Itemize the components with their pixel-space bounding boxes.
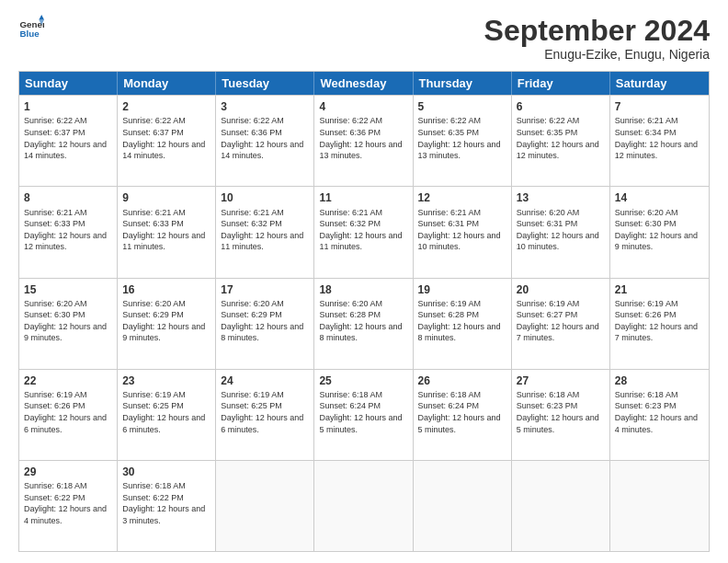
cell-info: Sunrise: 6:21 AMSunset: 6:31 PMDaylight:… [418,207,506,253]
cell-info: Sunrise: 6:20 AMSunset: 6:31 PMDaylight:… [517,207,605,253]
calendar-cell: 7Sunrise: 6:21 AMSunset: 6:34 PMDaylight… [610,96,709,186]
month-title: September 2024 [484,15,710,47]
calendar-cell: 28Sunrise: 6:18 AMSunset: 6:23 PMDayligh… [610,370,709,460]
cell-info: Sunrise: 6:20 AMSunset: 6:30 PMDaylight:… [615,207,704,253]
weekday-header: Sunday [19,72,118,95]
day-number: 4 [319,99,407,114]
calendar-row: 8Sunrise: 6:21 AMSunset: 6:33 PMDaylight… [19,186,709,277]
day-number: 27 [517,373,605,388]
day-number: 9 [122,190,210,205]
calendar-cell: 6Sunrise: 6:22 AMSunset: 6:35 PMDaylight… [512,96,610,186]
day-number: 29 [24,465,112,479]
calendar-row: 29Sunrise: 6:18 AMSunset: 6:22 PMDayligh… [19,460,709,551]
calendar-cell: 3Sunrise: 6:22 AMSunset: 6:36 PMDaylight… [216,96,314,186]
calendar-cell [414,461,512,551]
calendar-cell: 30Sunrise: 6:18 AMSunset: 6:22 PMDayligh… [118,461,216,551]
cell-info: Sunrise: 6:19 AMSunset: 6:25 PMDaylight:… [221,389,309,435]
logo: General Blue [18,15,44,40]
cell-info: Sunrise: 6:21 AMSunset: 6:33 PMDaylight:… [122,207,210,253]
calendar-cell: 14Sunrise: 6:20 AMSunset: 6:30 PMDayligh… [610,187,709,277]
day-number: 12 [418,190,506,205]
calendar-cell: 24Sunrise: 6:19 AMSunset: 6:25 PMDayligh… [216,370,314,460]
calendar-cell: 10Sunrise: 6:21 AMSunset: 6:32 PMDayligh… [216,187,314,277]
cell-info: Sunrise: 6:20 AMSunset: 6:29 PMDaylight:… [221,298,309,344]
svg-text:Blue: Blue [19,29,40,39]
cell-info: Sunrise: 6:22 AMSunset: 6:35 PMDaylight:… [418,115,506,161]
day-number: 7 [615,99,704,114]
page: General Blue September 2024 Enugu-Ezike,… [0,0,728,563]
weekday-header: Tuesday [216,72,314,95]
calendar-cell: 26Sunrise: 6:18 AMSunset: 6:24 PMDayligh… [414,370,512,460]
calendar-cell: 2Sunrise: 6:22 AMSunset: 6:37 PMDaylight… [118,96,216,186]
calendar-cell: 21Sunrise: 6:19 AMSunset: 6:26 PMDayligh… [610,279,709,369]
cell-info: Sunrise: 6:20 AMSunset: 6:30 PMDaylight:… [24,298,112,344]
day-number: 1 [24,99,112,114]
calendar-cell: 25Sunrise: 6:18 AMSunset: 6:24 PMDayligh… [314,370,413,460]
day-number: 6 [517,99,605,114]
cell-info: Sunrise: 6:18 AMSunset: 6:22 PMDaylight:… [122,480,210,526]
cell-info: Sunrise: 6:18 AMSunset: 6:22 PMDaylight:… [24,480,112,526]
calendar-row: 15Sunrise: 6:20 AMSunset: 6:30 PMDayligh… [19,278,709,369]
weekday-header: Monday [118,72,216,95]
day-number: 5 [418,99,506,114]
cell-info: Sunrise: 6:22 AMSunset: 6:37 PMDaylight:… [122,115,210,161]
cell-info: Sunrise: 6:22 AMSunset: 6:35 PMDaylight:… [517,115,605,161]
calendar-cell: 12Sunrise: 6:21 AMSunset: 6:31 PMDayligh… [414,187,512,277]
day-number: 16 [122,282,210,297]
header: General Blue September 2024 Enugu-Ezike,… [18,15,710,62]
day-number: 10 [221,190,309,205]
calendar-cell: 5Sunrise: 6:22 AMSunset: 6:35 PMDaylight… [414,96,512,186]
day-number: 19 [418,282,506,297]
cell-info: Sunrise: 6:21 AMSunset: 6:32 PMDaylight:… [221,207,309,253]
day-number: 15 [24,282,112,297]
weekday-header: Wednesday [314,72,413,95]
calendar: SundayMondayTuesdayWednesdayThursdayFrid… [18,71,710,552]
day-number: 2 [122,99,210,114]
calendar-cell: 18Sunrise: 6:20 AMSunset: 6:28 PMDayligh… [314,279,413,369]
calendar-cell: 23Sunrise: 6:19 AMSunset: 6:25 PMDayligh… [118,370,216,460]
weekday-header: Friday [512,72,610,95]
day-number: 26 [418,373,506,388]
calendar-cell [314,461,413,551]
day-number: 13 [517,190,605,205]
calendar-row: 1Sunrise: 6:22 AMSunset: 6:37 PMDaylight… [19,95,709,186]
calendar-cell: 17Sunrise: 6:20 AMSunset: 6:29 PMDayligh… [216,279,314,369]
cell-info: Sunrise: 6:18 AMSunset: 6:24 PMDaylight:… [418,389,506,435]
calendar-cell [512,461,610,551]
day-number: 22 [24,373,112,388]
cell-info: Sunrise: 6:19 AMSunset: 6:25 PMDaylight:… [122,389,210,435]
cell-info: Sunrise: 6:19 AMSunset: 6:28 PMDaylight:… [418,298,506,344]
day-number: 23 [122,373,210,388]
day-number: 20 [517,282,605,297]
cell-info: Sunrise: 6:21 AMSunset: 6:33 PMDaylight:… [24,207,112,253]
generalblue-icon: General Blue [18,15,44,40]
day-number: 18 [319,282,407,297]
svg-marker-2 [39,15,44,20]
cell-info: Sunrise: 6:20 AMSunset: 6:29 PMDaylight:… [122,298,210,344]
location: Enugu-Ezike, Enugu, Nigeria [484,47,710,62]
cell-info: Sunrise: 6:20 AMSunset: 6:28 PMDaylight:… [319,298,407,344]
day-number: 21 [615,282,704,297]
cell-info: Sunrise: 6:22 AMSunset: 6:36 PMDaylight:… [319,115,407,161]
calendar-cell: 29Sunrise: 6:18 AMSunset: 6:22 PMDayligh… [19,461,118,551]
cell-info: Sunrise: 6:21 AMSunset: 6:32 PMDaylight:… [319,207,407,253]
day-number: 30 [122,465,210,479]
calendar-row: 22Sunrise: 6:19 AMSunset: 6:26 PMDayligh… [19,369,709,460]
cell-info: Sunrise: 6:18 AMSunset: 6:24 PMDaylight:… [319,389,407,435]
cell-info: Sunrise: 6:19 AMSunset: 6:26 PMDaylight:… [615,298,704,344]
day-number: 11 [319,190,407,205]
day-number: 14 [615,190,704,205]
cell-info: Sunrise: 6:21 AMSunset: 6:34 PMDaylight:… [615,115,704,161]
weekday-header: Saturday [610,72,709,95]
day-number: 17 [221,282,309,297]
calendar-cell: 11Sunrise: 6:21 AMSunset: 6:32 PMDayligh… [314,187,413,277]
cell-info: Sunrise: 6:22 AMSunset: 6:37 PMDaylight:… [24,115,112,161]
cell-info: Sunrise: 6:18 AMSunset: 6:23 PMDaylight:… [615,389,704,435]
calendar-cell: 22Sunrise: 6:19 AMSunset: 6:26 PMDayligh… [19,370,118,460]
calendar-cell: 16Sunrise: 6:20 AMSunset: 6:29 PMDayligh… [118,279,216,369]
calendar-cell: 1Sunrise: 6:22 AMSunset: 6:37 PMDaylight… [19,96,118,186]
day-number: 8 [24,190,112,205]
day-number: 24 [221,373,309,388]
calendar-cell [610,461,709,551]
calendar-header: SundayMondayTuesdayWednesdayThursdayFrid… [19,72,709,95]
